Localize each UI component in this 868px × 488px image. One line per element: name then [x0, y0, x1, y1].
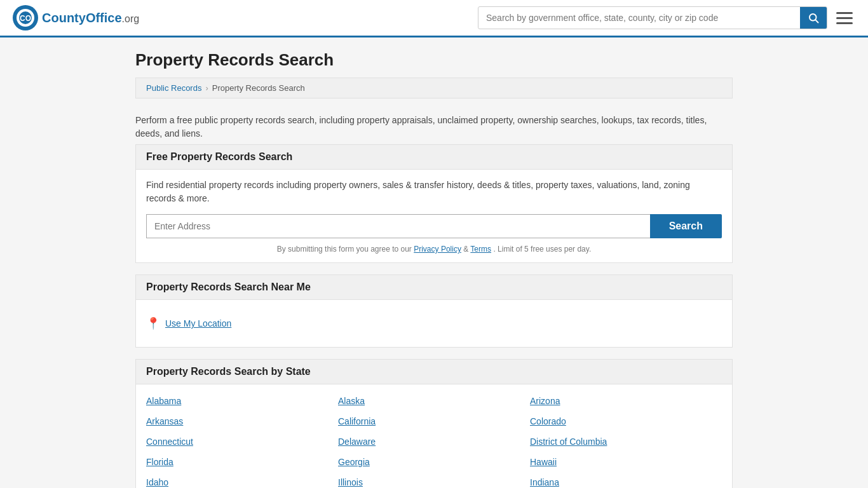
hamburger-icon [836, 22, 853, 24]
search-icon [808, 12, 819, 24]
state-link[interactable]: Idaho [146, 472, 338, 488]
privacy-policy-link[interactable]: Privacy Policy [414, 245, 461, 254]
use-location-row: 📍 Use My Location [146, 309, 722, 338]
state-link[interactable]: Georgia [338, 452, 530, 472]
free-search-header: Free Property Records Search [136, 145, 732, 170]
breadcrumb: Public Records › Property Records Search [135, 78, 733, 98]
state-link[interactable]: Alaska [338, 391, 530, 411]
address-search-row: Search [146, 214, 722, 238]
header-search-input[interactable] [478, 8, 800, 28]
near-me-title: Property Records Search Near Me [146, 281, 722, 293]
site-header: CO CountyOffice.org [0, 0, 868, 37]
search-button[interactable]: Search [650, 214, 722, 238]
svg-line-5 [815, 20, 818, 22]
location-pin-icon: 📍 [146, 316, 160, 330]
free-search-body: Find residential property records includ… [136, 170, 732, 262]
state-list-grid: AlabamaAlaskaArizonaArkansasCaliforniaCo… [136, 384, 732, 488]
state-link[interactable]: Connecticut [146, 431, 338, 452]
by-state-section: Property Records Search by State Alabama… [135, 359, 733, 488]
main-content: Property Records Search Public Records ›… [135, 37, 733, 488]
breadcrumb-separator: › [205, 83, 208, 93]
by-state-header: Property Records Search by State [136, 360, 732, 384]
near-me-body: 📍 Use My Location [136, 300, 732, 347]
state-link[interactable]: Hawaii [530, 452, 722, 472]
near-me-section: Property Records Search Near Me 📍 Use My… [135, 274, 733, 348]
logo-text: CountyOffice.org [42, 11, 139, 25]
state-link[interactable]: Indiana [530, 472, 722, 488]
free-search-description: Find residential property records includ… [146, 179, 722, 205]
free-search-title: Free Property Records Search [146, 151, 722, 163]
logo-icon: CO [13, 5, 38, 30]
header-search-button[interactable] [800, 7, 827, 29]
hamburger-icon [836, 12, 853, 14]
by-state-title: Property Records Search by State [146, 366, 722, 377]
svg-text:CO: CO [20, 14, 31, 23]
breadcrumb-current: Property Records Search [212, 83, 305, 93]
address-input[interactable] [146, 214, 650, 238]
header-search-bar [478, 6, 827, 29]
near-me-header: Property Records Search Near Me [136, 275, 732, 300]
free-search-section: Free Property Records Search Find reside… [135, 144, 733, 263]
hamburger-icon [836, 17, 853, 19]
breadcrumb-parent-link[interactable]: Public Records [146, 83, 201, 93]
state-link[interactable]: Delaware [338, 431, 530, 452]
state-link[interactable]: Alabama [146, 391, 338, 411]
header-right [478, 6, 855, 29]
logo[interactable]: CO CountyOffice.org [13, 5, 139, 30]
hamburger-menu-button[interactable] [834, 10, 855, 27]
state-link[interactable]: Arizona [530, 391, 722, 411]
state-link[interactable]: Colorado [530, 411, 722, 431]
state-link[interactable]: District of Columbia [530, 431, 722, 452]
state-link[interactable]: Arkansas [146, 411, 338, 431]
form-note: By submitting this form you agree to our… [146, 245, 722, 254]
use-my-location-link[interactable]: Use My Location [165, 318, 231, 329]
state-link[interactable]: Florida [146, 452, 338, 472]
terms-link[interactable]: Terms [470, 245, 491, 254]
state-link[interactable]: California [338, 411, 530, 431]
page-title: Property Records Search [135, 50, 733, 70]
page-description: Perform a free public property records s… [135, 106, 733, 144]
state-link[interactable]: Illinois [338, 472, 530, 488]
